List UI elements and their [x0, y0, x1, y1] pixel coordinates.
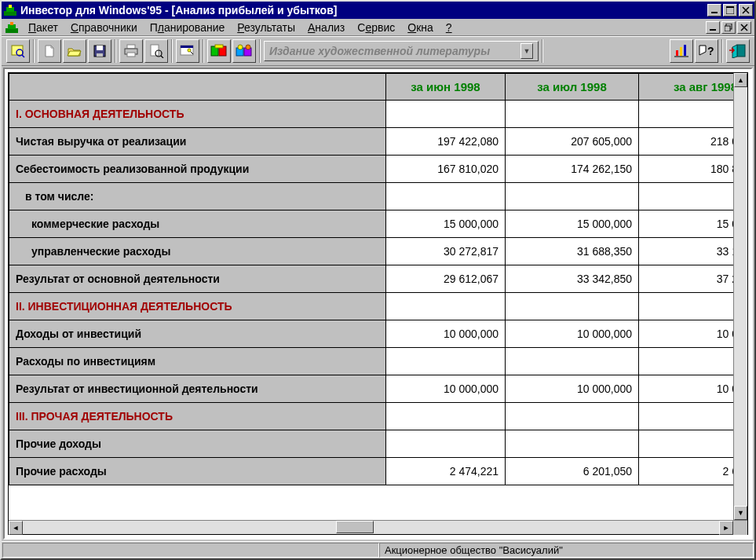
row-label[interactable]: Доходы от инвестиций: [9, 320, 386, 348]
row-label[interactable]: Прочие расходы: [9, 458, 386, 485]
table-row[interactable]: Доходы от инвестиций10 000,00010 000,000…: [9, 320, 734, 348]
cell-value[interactable]: 197 422,080: [386, 128, 506, 156]
cell-value[interactable]: 2 474,221: [386, 458, 506, 485]
table-row[interactable]: II. ИНВЕСТИЦИОННАЯ ДЕЯТЕЛЬНОСТЬ: [9, 293, 734, 320]
row-label[interactable]: коммерческие расходы: [9, 210, 386, 238]
cell-value[interactable]: [506, 183, 639, 210]
cell-value[interactable]: 10 000,000: [506, 320, 639, 348]
cell-value[interactable]: 10 000,000: [506, 375, 639, 403]
cell-value[interactable]: 207 605,000: [506, 128, 639, 156]
cell-value[interactable]: 10 000,000: [386, 375, 506, 403]
cell-value[interactable]: 167 810,020: [386, 156, 506, 183]
minimize-button[interactable]: [707, 4, 721, 16]
cell-value[interactable]: 15 000,00: [639, 210, 734, 238]
toolbar-exit-button[interactable]: [726, 39, 750, 63]
table-row[interactable]: управленческие расходы30 272,81731 688,3…: [9, 238, 734, 265]
mdi-app-icon[interactable]: [5, 21, 19, 34]
cell-value[interactable]: [506, 403, 639, 430]
toolbar-open-button[interactable]: [63, 39, 86, 63]
table-row[interactable]: Прочие доходы: [9, 430, 734, 458]
row-label[interactable]: Прочие доходы: [9, 430, 386, 458]
cell-value[interactable]: 29 612,067: [386, 265, 506, 293]
toolbar-save-button[interactable]: [88, 39, 111, 63]
header-jun[interactable]: за июн 1998: [386, 74, 506, 101]
cell-value[interactable]: [506, 293, 639, 320]
toolbar-project-combo[interactable]: Издание художественной литературы ▼: [264, 41, 539, 61]
cell-value[interactable]: 15 000,000: [506, 210, 639, 238]
menu-analiz[interactable]: Анализ: [301, 20, 351, 35]
mdi-close-button[interactable]: [737, 21, 751, 34]
toolbar-properties-button[interactable]: [176, 39, 199, 63]
horizontal-scrollbar[interactable]: ◄ ►: [9, 520, 747, 534]
header-aug[interactable]: за авг 1998: [639, 74, 734, 101]
cell-value[interactable]: 10 000,00: [639, 375, 734, 403]
cell-value[interactable]: [639, 430, 734, 458]
toolbar-tool1-button[interactable]: [207, 39, 231, 63]
table-row[interactable]: III. ПРОЧАЯ ДЕЯТЕЛЬНОСТЬ: [9, 403, 734, 430]
menu-planirovanie[interactable]: Планирование: [144, 20, 232, 35]
cell-value[interactable]: 15 000,000: [386, 210, 506, 238]
cell-value[interactable]: 180 818,90: [639, 156, 734, 183]
row-label[interactable]: I. ОСНОВНАЯ ДЕЯТЕЛЬНОСТЬ: [9, 101, 386, 128]
row-label[interactable]: управленческие расходы: [9, 238, 386, 265]
cell-value[interactable]: [386, 430, 506, 458]
row-label[interactable]: Себестоимость реализованной продукции: [9, 156, 386, 183]
menu-help[interactable]: ?: [440, 20, 458, 35]
cell-value[interactable]: [639, 348, 734, 375]
scroll-down-button[interactable]: ▼: [734, 506, 747, 520]
row-label[interactable]: Расходы по инвестициям: [9, 348, 386, 375]
grid-body[interactable]: за июн 1998 за июл 1998 за авг 1998 I. О…: [9, 73, 733, 520]
row-label[interactable]: Результат от инвестиционной деятельности: [9, 375, 386, 403]
cell-value[interactable]: 6 201,050: [506, 458, 639, 485]
cell-value[interactable]: 33 342,850: [506, 265, 639, 293]
table-row[interactable]: Чистая выручка от реализации197 422,0802…: [9, 128, 734, 156]
menu-rezultaty[interactable]: Результаты: [231, 20, 301, 35]
row-label[interactable]: II. ИНВЕСТИЦИОННАЯ ДЕЯТЕЛЬНОСТЬ: [9, 293, 386, 320]
cell-value[interactable]: [386, 348, 506, 375]
row-label[interactable]: III. ПРОЧАЯ ДЕЯТЕЛЬНОСТЬ: [9, 403, 386, 430]
cell-value[interactable]: 30 272,817: [386, 238, 506, 265]
cell-value[interactable]: [639, 183, 734, 210]
cell-value[interactable]: 10 000,000: [386, 320, 506, 348]
toolbar-context-help-button[interactable]: ?: [695, 39, 718, 63]
cell-value[interactable]: [386, 183, 506, 210]
cell-value[interactable]: [639, 101, 734, 128]
maximize-button[interactable]: [723, 4, 737, 16]
cell-value[interactable]: [386, 403, 506, 430]
scroll-track-horizontal[interactable]: [23, 521, 719, 534]
header-jul[interactable]: за июл 1998: [506, 74, 639, 101]
mdi-restore-button[interactable]: [721, 21, 736, 34]
table-row[interactable]: Расходы по инвестициям: [9, 348, 734, 375]
scroll-up-button[interactable]: ▲: [734, 73, 747, 87]
table-row[interactable]: Прочие расходы2 474,2216 201,0502 680,48: [9, 458, 734, 485]
cell-value[interactable]: 218 048,75: [639, 128, 734, 156]
scroll-left-button[interactable]: ◄: [9, 521, 23, 535]
table-row[interactable]: Результат от основной деятельности29 612…: [9, 265, 734, 293]
cell-value[interactable]: 174 262,150: [506, 156, 639, 183]
scroll-right-button[interactable]: ►: [719, 521, 733, 535]
cell-value[interactable]: [506, 348, 639, 375]
menu-spravochniki[interactable]: Справочники: [64, 20, 144, 35]
cell-value[interactable]: [506, 101, 639, 128]
cell-value[interactable]: [386, 293, 506, 320]
row-label[interactable]: Результат от основной деятельности: [9, 265, 386, 293]
toolbar-tool2-button[interactable]: [232, 39, 256, 63]
toolbar-print-button[interactable]: [119, 39, 143, 63]
table-row[interactable]: Результат от инвестиционной деятельности…: [9, 375, 734, 403]
table-row[interactable]: в том числе:: [9, 183, 734, 210]
menu-servis[interactable]: Сервис: [351, 20, 401, 35]
scroll-track-vertical[interactable]: [734, 87, 747, 506]
toolbar-print-preview-button[interactable]: [144, 39, 168, 63]
close-button[interactable]: [739, 4, 753, 16]
vertical-scrollbar[interactable]: ▲ ▼: [733, 73, 747, 520]
menu-paket[interactable]: Пакет: [22, 20, 64, 35]
cell-value[interactable]: 31 688,350: [506, 238, 639, 265]
scroll-thumb-horizontal[interactable]: [336, 521, 374, 533]
toolbar-chart-button[interactable]: [670, 39, 693, 63]
menu-okna[interactable]: Окна: [401, 20, 440, 35]
cell-value[interactable]: [386, 101, 506, 128]
cell-value[interactable]: [639, 293, 734, 320]
cell-value[interactable]: 33 109,10: [639, 238, 734, 265]
cell-value[interactable]: 37 229,85: [639, 265, 734, 293]
cell-value[interactable]: 10 000,00: [639, 320, 734, 348]
